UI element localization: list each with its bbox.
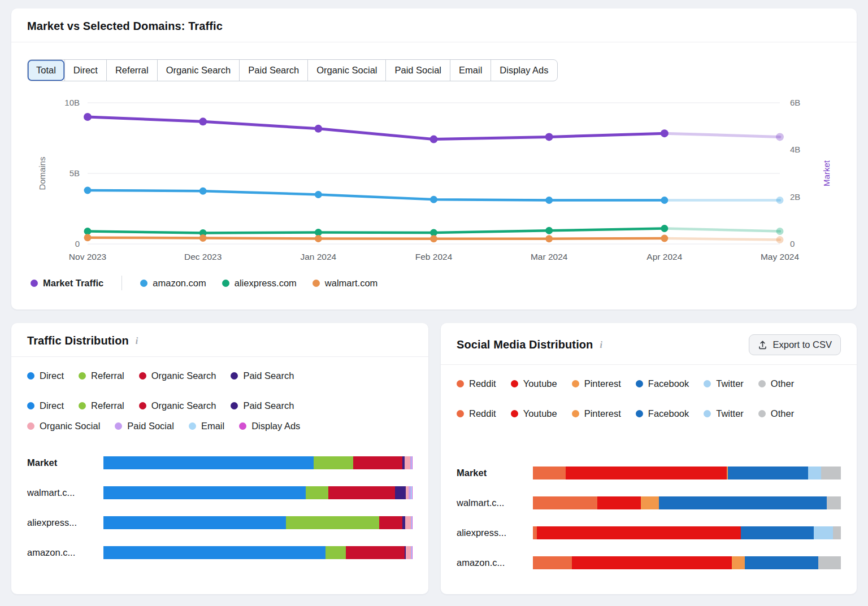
legend-item-amazon-com[interactable]: amazon.com xyxy=(140,278,206,289)
bar-segment-referral xyxy=(306,486,328,499)
bar-segment-youtube xyxy=(572,556,732,569)
data-point-amazon-com xyxy=(430,196,437,203)
panel-title: Social Media Distribution xyxy=(457,338,593,351)
info-icon[interactable]: i xyxy=(134,336,139,346)
data-point-aliexpress-com xyxy=(84,228,92,235)
legend-dot-reddit xyxy=(457,380,464,387)
bar-segment-other xyxy=(827,496,841,509)
bar-segment-facebook xyxy=(745,556,818,569)
tab-referral[interactable]: Referral xyxy=(106,60,157,81)
bar-segment-direct xyxy=(103,486,306,499)
legend-item-aliexpress-com[interactable]: aliexpress.com xyxy=(222,278,297,289)
legend-item-youtube: Youtube xyxy=(511,408,557,419)
tab-organic-social[interactable]: Organic Social xyxy=(307,60,385,81)
bar-segment-reddit xyxy=(533,526,537,539)
bar-row-label: aliexpress... xyxy=(457,527,533,538)
distribution-bar-row-market: Market xyxy=(27,456,413,469)
legend-row: Organic SocialPaid SocialEmailDisplay Ad… xyxy=(27,421,413,431)
market-vs-domains-card: Market vs Selected Domains: Traffic Tota… xyxy=(11,8,857,309)
bar-row-label: walmart.c... xyxy=(457,498,533,508)
legend-item-pinterest: Pinterest xyxy=(572,378,621,389)
data-point-market-traffic xyxy=(545,133,553,141)
legend-dot-facebook xyxy=(636,380,643,387)
legend-dot-pinterest xyxy=(572,380,579,387)
legend-label: Organic Social xyxy=(40,421,100,431)
bar-segment-referral xyxy=(314,456,353,469)
bar-segment-facebook xyxy=(728,467,808,479)
series-line-aliexpress-com xyxy=(88,229,665,233)
legend-label: Referral xyxy=(91,400,124,411)
tab-direct[interactable]: Direct xyxy=(64,60,106,81)
export-to-csv-button[interactable]: Export to CSV xyxy=(749,334,841,355)
distribution-bar-row-amazon-c: amazon.c... xyxy=(457,556,841,569)
page-title: Market vs Selected Domains: Traffic xyxy=(27,20,223,33)
bar-row-label: Market xyxy=(457,468,533,478)
bar-segment-organic-social xyxy=(405,456,410,469)
bar-segment-referral xyxy=(326,546,346,559)
data-point-market-traffic xyxy=(84,113,92,121)
bar-segment-other xyxy=(833,526,841,539)
legend-label: walmart.com xyxy=(325,278,378,289)
x-axis-label: Mar 2024 xyxy=(531,252,568,261)
legend-label: amazon.com xyxy=(153,278,206,289)
bar-segment-facebook xyxy=(741,526,814,539)
legend-dot-email xyxy=(189,422,196,430)
legend-dot-twitter xyxy=(704,380,711,387)
tab-paid-social[interactable]: Paid Social xyxy=(385,60,450,81)
legend-item-facebook: Facebook xyxy=(636,378,689,389)
legend-label: Email xyxy=(201,421,224,431)
legend-item-display-ads: Display Ads xyxy=(239,421,300,431)
legend-divider xyxy=(121,276,122,290)
tab-email[interactable]: Email xyxy=(450,60,491,81)
legend-label: Pinterest xyxy=(584,378,621,389)
bottom-row: Traffic Distribution i DirectReferralOrg… xyxy=(11,323,857,594)
legend-item-twitter: Twitter xyxy=(704,378,744,389)
data-point-walmart-com xyxy=(84,234,92,241)
legend-label: Direct xyxy=(40,400,64,411)
data-point-walmart-com xyxy=(661,235,668,242)
legend-label: Organic Search xyxy=(151,400,216,411)
data-point-market-traffic xyxy=(430,136,438,143)
bar-row-label: Market xyxy=(27,457,103,468)
legend-item-walmart-com[interactable]: walmart.com xyxy=(313,278,378,289)
bar-row-label: aliexpress... xyxy=(27,517,103,528)
bar-segment-organic-search xyxy=(353,456,403,469)
bar-segment-youtube xyxy=(537,526,741,539)
legend-dot-amazon-com xyxy=(140,280,147,287)
dashboard-page: Market vs Selected Domains: Traffic Tota… xyxy=(0,0,868,606)
data-point-walmart-com xyxy=(430,235,437,242)
data-point-amazon-com xyxy=(776,197,784,204)
card-header: Traffic Distribution i xyxy=(11,323,428,357)
tab-total[interactable]: Total xyxy=(28,60,64,81)
tab-paid-search[interactable]: Paid Search xyxy=(239,60,307,81)
bar-segment-facebook xyxy=(659,496,827,509)
series-line-market-traffic xyxy=(88,117,665,139)
right-axis-title: Market xyxy=(822,160,831,186)
tab-display-ads[interactable]: Display Ads xyxy=(491,60,557,81)
legend-label: aliexpress.com xyxy=(235,278,297,289)
export-button-label: Export to CSV xyxy=(772,339,832,350)
legend-dot-paid-social xyxy=(115,422,122,430)
bar-segment-organic-social xyxy=(405,516,411,529)
legend-item-referral: Referral xyxy=(79,370,124,381)
legend-item-paid-search: Paid Search xyxy=(231,400,294,411)
bar-segment-twitter xyxy=(808,467,821,479)
legend-label: Paid Search xyxy=(243,400,294,411)
stacked-bar xyxy=(103,456,413,469)
legend-item-direct: Direct xyxy=(27,400,64,411)
distribution-bar-row-walmart-c: walmart.c... xyxy=(27,486,413,499)
legend-item-market-traffic[interactable]: Market Traffic xyxy=(31,278,103,289)
legend-label: Other xyxy=(771,378,794,389)
info-icon[interactable]: i xyxy=(598,340,603,350)
tab-organic-search[interactable]: Organic Search xyxy=(157,60,240,81)
panel-body: RedditYoutubePinterestFacebookTwitterOth… xyxy=(441,365,857,569)
legend-dot-direct xyxy=(27,372,34,380)
panel-body: DirectReferralOrganic SearchPaid SearchD… xyxy=(11,357,428,559)
legend-item-organic-social: Organic Social xyxy=(27,421,100,431)
legend-row: RedditYoutubePinterestFacebookTwitterOth… xyxy=(457,408,841,419)
traffic-bars: Marketwalmart.c...aliexpress...amazon.c.… xyxy=(27,456,413,559)
bar-segment-display-ads xyxy=(412,456,413,469)
stacked-bar xyxy=(103,546,413,559)
bar-segment-display-ads xyxy=(412,546,413,559)
legend-label: Youtube xyxy=(523,408,557,419)
